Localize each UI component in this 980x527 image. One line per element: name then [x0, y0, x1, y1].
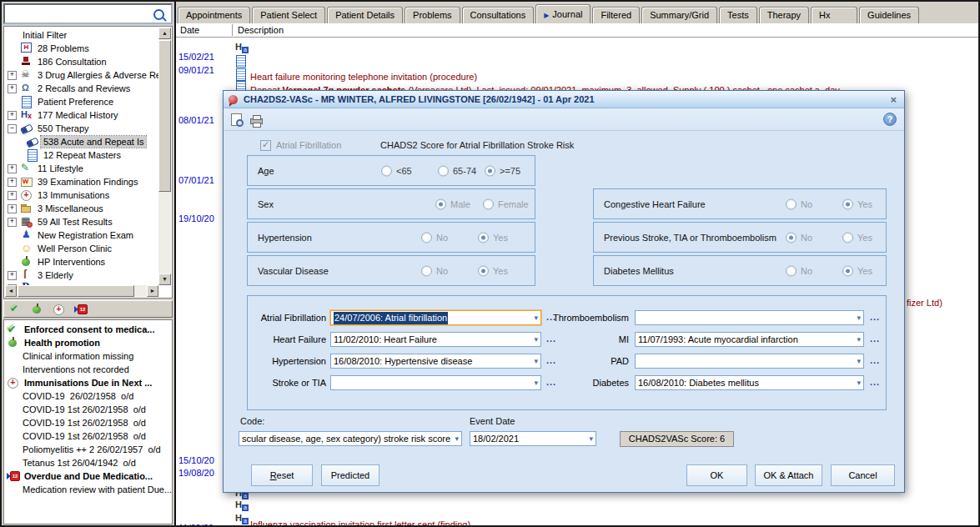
expand-plus-icon[interactable] [8, 164, 17, 173]
tree-item-acute-repeat[interactable]: 538 Acute and Repeat Is [6, 135, 159, 148]
tab-filtered[interactable]: Filtered [592, 7, 640, 23]
tab-journal[interactable]: ▶Journal [535, 4, 591, 23]
tree-item-well-person[interactable]: Well Person Clinic [6, 242, 159, 255]
tab-patient-details[interactable]: Patient Details [327, 7, 403, 23]
radio-icon[interactable] [381, 165, 392, 176]
expand-plus-icon[interactable] [8, 111, 17, 120]
reset-button[interactable]: Reset [251, 464, 313, 486]
radio-icon[interactable] [483, 198, 494, 209]
radio-icon[interactable] [786, 265, 797, 276]
radio-icon[interactable] [438, 165, 449, 176]
dialog-title-bar[interactable]: CHA2DS2-VASc - MR WINTER, ALFRED LIVINGS… [224, 91, 904, 108]
expand-plus-icon[interactable] [8, 84, 17, 93]
ellipsis-button[interactable] [870, 375, 880, 389]
radio-hypertension-no[interactable]: No [421, 232, 448, 243]
tree-item-examination-findings[interactable]: 39 Examination Findings [6, 175, 159, 188]
thromboembolism-select[interactable]: ▾ [635, 310, 864, 325]
diabetes-select[interactable]: 16/08/2010: Diabetes mellitus▾ [635, 375, 864, 390]
alert-item[interactable]: Poliomyelitis ++ 2 26/02/1957 o/d [4, 443, 172, 456]
alert-health-promotion[interactable]: Health promotion [4, 336, 172, 349]
tab-tests[interactable]: Tests [719, 7, 757, 23]
column-divider[interactable] [232, 24, 233, 36]
radio-chf-yes[interactable]: Yes [842, 198, 872, 209]
tree-item-patient-preference[interactable]: Patient Preference [6, 95, 159, 108]
radio-icon[interactable] [786, 198, 797, 209]
atrial-fibrillation-select[interactable]: 24/07/2006: Atrial fibrillation▾ [330, 310, 541, 325]
collapse-minus-icon[interactable] [8, 124, 17, 133]
tab-patient-select[interactable]: Patient Select [252, 7, 325, 23]
help-icon[interactable]: ? [883, 113, 897, 126]
search-input[interactable] [3, 3, 173, 24]
journal-row[interactable]: 09/01/21 Repeat Vernagel 7g powder sache… [176, 55, 978, 68]
scroll-down-button[interactable]: ▼ [158, 274, 171, 285]
tree-item-repeat-masters[interactable]: 12 Repeat Masters [6, 148, 159, 162]
journal-row[interactable]: Repeat Doptelet 20mg tablets (Swedish Or… [176, 68, 978, 81]
radio-chf-no[interactable]: No [786, 198, 812, 209]
ok-attach-button[interactable]: OK & Attach [755, 464, 822, 486]
radio-icon[interactable] [478, 232, 489, 243]
tab-guidelines[interactable]: Guidelines [859, 7, 919, 23]
radio-age-ge75[interactable]: >=75 [485, 165, 520, 176]
chevron-down-icon[interactable]: ▾ [857, 312, 861, 324]
radio-icon[interactable] [478, 265, 489, 276]
chevron-down-icon[interactable]: ▾ [857, 334, 861, 346]
radio-vascular-no[interactable]: No [421, 265, 448, 276]
tree-item-drug-allergies[interactable]: 3 Drug Allergies & Adverse Re [6, 68, 159, 82]
consent-check-icon[interactable] [9, 304, 23, 315]
journal-row[interactable]: 11/08/20 SMS text sent to patient Test [176, 513, 978, 525]
immunisation-icon[interactable] [53, 304, 66, 315]
ellipsis-button[interactable] [870, 354, 880, 368]
scroll-right-button[interactable]: ► [147, 285, 158, 297]
tab-consultations[interactable]: Consultations [462, 7, 535, 23]
alert-item[interactable]: Clinical information missing [4, 349, 172, 363]
tab-hx[interactable]: Hx [811, 7, 857, 23]
scroll-up-button[interactable]: ▲ [158, 28, 171, 39]
tree-item-consultation[interactable]: 186 Consultation [6, 55, 159, 68]
tab-appointments[interactable]: Appointments [178, 7, 250, 23]
checkbox-checked-icon[interactable] [260, 140, 271, 151]
scroll-left-button[interactable]: ◄ [5, 285, 17, 297]
print-icon[interactable] [250, 118, 263, 124]
radio-icon[interactable] [842, 232, 853, 243]
tree-item-therapy[interactable]: 550 Therapy [6, 122, 159, 135]
expand-plus-icon[interactable] [8, 218, 17, 227]
tree-item-miscellaneous[interactable]: 3 Miscellaneous [6, 202, 159, 215]
hypertension-select[interactable]: 16/08/2010: Hypertensive disease▾ [330, 354, 541, 369]
tree-item-all-test-results[interactable]: 59 All Test Results [6, 215, 159, 228]
chevron-down-icon[interactable]: ▾ [589, 433, 593, 445]
print-preview-icon[interactable] [231, 113, 242, 126]
tree-item-medical-history[interactable]: 177 Medical History [6, 108, 159, 122]
expand-plus-icon[interactable] [8, 191, 17, 200]
radio-stroke-yes[interactable]: Yes [842, 232, 872, 243]
radio-icon[interactable] [842, 265, 853, 276]
tree-item-new-registration[interactable]: New Registration Exam [6, 228, 159, 242]
radio-age-lt65[interactable]: <65 [381, 165, 412, 176]
stroke-tia-select[interactable]: ▾ [330, 375, 541, 390]
tab-problems[interactable]: Problems [405, 7, 460, 23]
journal-row[interactable]: 15/02/21 Heart failure monitoring teleph… [176, 42, 978, 54]
expand-plus-icon[interactable] [8, 71, 17, 80]
tree-item-hp-interventions[interactable]: HP Interventions [6, 255, 159, 269]
radio-vascular-yes[interactable]: Yes [478, 265, 508, 276]
radio-diabetes-yes[interactable]: Yes [842, 265, 872, 276]
chevron-down-icon[interactable]: ▾ [455, 433, 459, 445]
heart-failure-select[interactable]: 11/02/2010: Heart Failure▾ [330, 332, 541, 347]
expand-plus-icon[interactable] [8, 204, 17, 213]
alert-overdue-medication[interactable]: Overdue and Due Medicatio... [4, 469, 172, 483]
radio-age-65-74[interactable]: 65-74 [438, 165, 476, 176]
tab-summary-grid[interactable]: Summary/Grid [641, 7, 717, 23]
chevron-down-icon[interactable]: ▾ [857, 377, 861, 389]
alert-enforced-consent[interactable]: Enforced consent to medica... [4, 323, 172, 336]
expand-plus-icon[interactable] [8, 271, 17, 280]
cancel-button[interactable]: Cancel [831, 464, 895, 486]
alert-item[interactable]: Interventions not recorded [4, 363, 172, 376]
radio-sex-female[interactable]: Female [483, 198, 529, 209]
tree-item-initial-filter[interactable]: Initial Filter [6, 28, 159, 42]
medication-bag-icon[interactable] [74, 304, 88, 315]
pad-select[interactable]: ▾ [635, 354, 864, 369]
journal-row[interactable]: Influenza vaccination invitation first l… [176, 499, 978, 512]
radio-icon[interactable] [435, 198, 446, 209]
predicted-button[interactable]: Predicted [321, 464, 379, 486]
alert-item[interactable]: COVID-19 1st 26/02/1958 o/d [4, 416, 172, 429]
ellipsis-button[interactable] [870, 332, 880, 346]
